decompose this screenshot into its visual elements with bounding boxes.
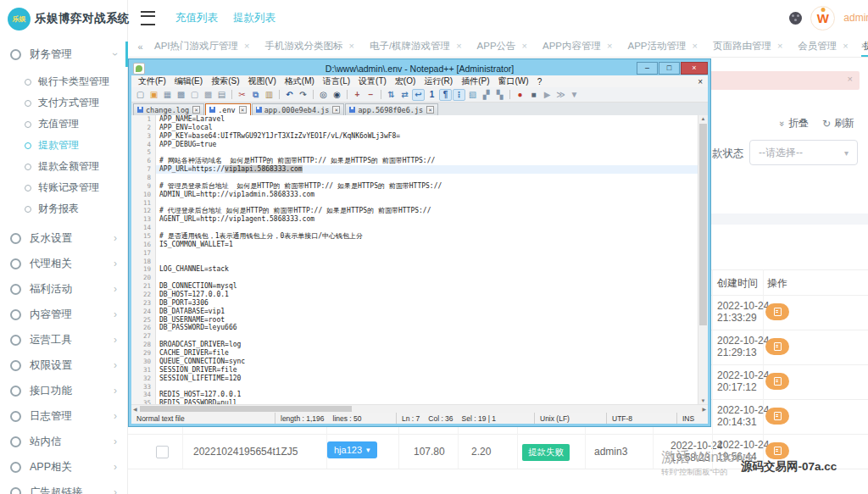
row-action-button[interactable]: [765, 373, 789, 390]
sidebar-item[interactable]: 运营工具›: [0, 327, 127, 352]
sidebar-item-finance[interactable]: 财务管理 ›: [0, 41, 127, 68]
doc-tab[interactable]: .env×: [205, 103, 250, 115]
page-tab[interactable]: APP活动管理×: [620, 36, 704, 57]
doc-switcher-icon[interactable]: ▚: [493, 89, 506, 101]
horizontal-scrollbar[interactable]: ◀ ▶: [131, 404, 708, 413]
sidebar-item[interactable]: 接口功能›: [0, 378, 127, 403]
doc-tab[interactable]: change.log×: [133, 103, 204, 115]
save-all-icon[interactable]: ▩: [175, 89, 187, 101]
row-action-button[interactable]: [765, 303, 789, 320]
close-icon[interactable]: ×: [607, 42, 612, 51]
redo-icon[interactable]: ↷: [297, 89, 309, 101]
play-macro-icon[interactable]: ▶: [541, 89, 554, 101]
page-tab[interactable]: 电子/棋牌游戏管理×: [362, 36, 470, 57]
menu-item[interactable]: 语言(L): [319, 75, 354, 87]
row-action-button[interactable]: [765, 442, 789, 459]
nav-withdraw-list[interactable]: 提款列表: [233, 11, 275, 25]
sidebar-item[interactable]: 权限设置›: [0, 352, 127, 378]
hamburger-icon[interactable]: [141, 11, 155, 25]
new-file-icon[interactable]: ▢: [134, 89, 147, 101]
row-checkbox[interactable]: [156, 446, 169, 458]
close-button[interactable]: ×: [681, 62, 708, 75]
undo-icon[interactable]: ↶: [283, 89, 296, 101]
nav-recharge-list[interactable]: 充值列表: [175, 11, 218, 25]
sync-vertical-icon[interactable]: ⇅: [385, 89, 398, 101]
open-folder-icon[interactable]: ▣: [147, 89, 160, 101]
sidebar-item[interactable]: 日志管理›: [0, 403, 127, 429]
sidebar-subitem[interactable]: 支付方式管理: [0, 92, 127, 114]
menu-item[interactable]: ?: [533, 77, 547, 86]
menu-item[interactable]: 编辑(E): [170, 75, 207, 87]
menu-item[interactable]: 宏(O): [391, 75, 420, 87]
paste-icon[interactable]: ▥: [263, 89, 275, 101]
minimize-button[interactable]: –: [637, 62, 658, 75]
close-icon[interactable]: ×: [244, 42, 249, 51]
sidebar-item[interactable]: 福利活动›: [0, 276, 127, 302]
indent-guide-icon[interactable]: ⋮: [453, 89, 465, 101]
sidebar-subitem[interactable]: 银行卡类型管理: [0, 71, 127, 92]
tabs-next-icon[interactable]: »: [861, 40, 866, 50]
scroll-up-icon[interactable]: ▲: [698, 116, 708, 121]
sidebar-item[interactable]: APP相关›: [0, 454, 127, 480]
sidebar-item[interactable]: 站内信›: [0, 429, 127, 454]
row-action-button[interactable]: [765, 338, 789, 355]
sidebar-subitem[interactable]: 充值管理: [0, 114, 127, 135]
stop-macro-icon[interactable]: ■: [527, 89, 540, 101]
doc-map-icon[interactable]: ▞: [480, 89, 492, 101]
scroll-left-icon[interactable]: ◀: [133, 406, 137, 412]
scrollbar-thumb[interactable]: [140, 406, 352, 412]
close-icon[interactable]: ×: [777, 42, 782, 51]
row-action-button[interactable]: [765, 408, 789, 425]
menu-item[interactable]: 视图(V): [243, 75, 280, 87]
record-macro-icon[interactable]: ●: [514, 89, 526, 101]
doc-tab[interactable]: app.5698f0e6.js×: [345, 103, 438, 115]
admin-username[interactable]: admin: [843, 12, 868, 24]
menu-item[interactable]: 搜索(S): [207, 75, 243, 87]
maximize-button[interactable]: □: [659, 62, 680, 75]
user-dialog-icon[interactable]: ▧: [466, 89, 479, 101]
vertical-scrollbar[interactable]: ▲ ▼: [698, 115, 708, 404]
run-macro-multi-icon[interactable]: ≫: [554, 89, 567, 101]
page-tab[interactable]: API热门游戏厅管理×: [147, 36, 257, 57]
sidebar-subitem[interactable]: 提款管理: [0, 135, 127, 156]
sidebar-item[interactable]: 代理相关›: [0, 251, 127, 276]
line-numbers-icon[interactable]: 1: [426, 89, 438, 101]
sidebar-subitem[interactable]: 提款金额管理: [0, 156, 127, 177]
close-icon[interactable]: ×: [426, 106, 434, 114]
close-icon[interactable]: ×: [348, 42, 353, 51]
menu-item[interactable]: 运行(R): [420, 75, 457, 87]
menubar-close-icon[interactable]: ×: [698, 77, 708, 86]
menu-item[interactable]: 插件(P): [457, 75, 493, 87]
scrollbar-thumb[interactable]: [699, 124, 707, 325]
close-icon[interactable]: ×: [192, 106, 200, 114]
page-tab[interactable]: APP内容管理×: [535, 36, 620, 57]
sidebar-item[interactable]: 内容管理›: [0, 302, 127, 327]
page-tab[interactable]: 页面路由管理×: [705, 36, 790, 57]
page-tab[interactable]: 手机游戏分类图标×: [257, 36, 361, 57]
sync-horizontal-icon[interactable]: ⇄: [398, 89, 411, 101]
close-file-icon[interactable]: ▢: [188, 89, 201, 101]
menu-item[interactable]: 窗口(W): [494, 75, 533, 87]
close-icon[interactable]: ×: [522, 42, 527, 51]
doc-tab[interactable]: app.000e9eb4.js×: [252, 103, 345, 115]
sidebar-item[interactable]: 广告超链接›: [0, 480, 127, 494]
avatar[interactable]: W: [810, 6, 835, 31]
notepad-window[interactable]: D:\www\admin\.env - Notepad++ [Administr…: [129, 59, 710, 426]
close-icon[interactable]: ×: [456, 42, 461, 51]
close-all-icon[interactable]: ▩: [202, 89, 214, 101]
zoom-in-icon[interactable]: +: [351, 89, 364, 101]
scroll-down-icon[interactable]: ▼: [698, 398, 708, 403]
paw-icon[interactable]: [789, 12, 802, 25]
sidebar-subitem[interactable]: 财务报表: [0, 198, 127, 219]
menu-item[interactable]: 格式(M): [281, 75, 319, 87]
find-icon[interactable]: ◎: [317, 89, 330, 101]
close-icon[interactable]: ×: [692, 42, 697, 51]
scroll-right-icon[interactable]: ▶: [702, 406, 706, 412]
sidebar-subitem[interactable]: 转账记录管理: [0, 177, 127, 198]
window-titlebar[interactable]: D:\www\admin\.env - Notepad++ [Administr…: [131, 62, 708, 75]
print-icon[interactable]: ▤: [215, 89, 228, 101]
page-tab[interactable]: APP公告×: [470, 36, 535, 57]
replace-icon[interactable]: ◉: [331, 89, 343, 101]
member-button[interactable]: hja123 ▾: [327, 441, 377, 458]
copy-icon[interactable]: ⧉: [249, 89, 262, 101]
